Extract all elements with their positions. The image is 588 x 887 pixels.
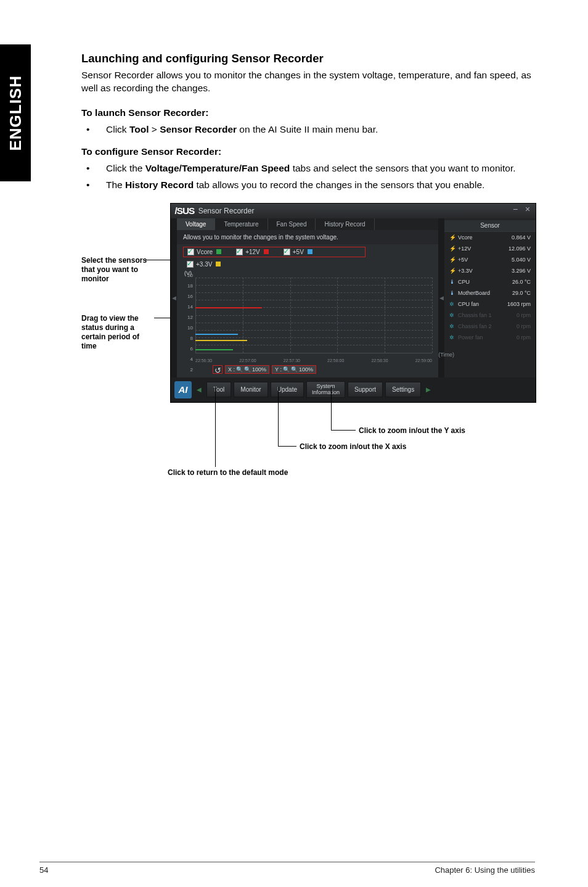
connector	[331, 430, 356, 431]
language-tab: ENGLISH	[0, 44, 31, 181]
asus-logo: /SUS	[175, 206, 195, 216]
zoom-y-label: Y :	[275, 366, 282, 373]
ytick: 16	[182, 294, 194, 304]
titlebar: /SUS Sensor Recorder − ×	[171, 204, 536, 218]
zoom-x-pct: 100%	[252, 366, 266, 373]
sensor-name: Power fan	[458, 334, 483, 340]
zoom-x-group: X : 🔍 🔍 100%	[225, 365, 269, 374]
page-footer: 54 Chapter 6: Using the utilities	[39, 865, 535, 875]
config-bullet-2: The History Record tab allows you to rec…	[81, 179, 535, 192]
tab-temperature[interactable]: Temperature	[215, 218, 267, 230]
zoom-in-x-icon[interactable]: 🔍	[236, 366, 243, 373]
cbx-label: Vcore	[197, 249, 213, 255]
update-button[interactable]: Update	[271, 382, 304, 397]
zoom-x-label: X :	[228, 366, 235, 373]
ytick: 4	[182, 357, 194, 367]
xtick: 22:59:00	[415, 358, 432, 363]
tab-fan-speed[interactable]: Fan Speed	[268, 218, 316, 230]
checkbox-icon	[187, 249, 194, 255]
config-bullet-1: Click the Voltage/Temperature/Fan Speed …	[81, 162, 535, 175]
sensor-value: 0 rpm	[517, 312, 531, 318]
checkbox-icon	[187, 261, 194, 268]
sensor-value: 5.040 V	[512, 257, 531, 263]
sensor-value: 3.296 V	[512, 268, 531, 274]
cbx-label: +3.3V	[196, 261, 212, 268]
tab-bar: Voltage Temperature Fan Speed History Re…	[177, 218, 438, 230]
section-title: Launching and configuring Sensor Recorde…	[81, 52, 535, 65]
cbx-3v[interactable]: +3.3V	[187, 261, 221, 268]
minimize-button[interactable]: −	[511, 205, 520, 214]
txt-bold: Voltage/Temperature/Fan Speed	[145, 163, 290, 173]
tab-voltage[interactable]: Voltage	[177, 218, 215, 230]
connector	[215, 387, 216, 467]
chevron-right-icon[interactable]: ▶	[423, 386, 433, 393]
zoom-y-group: Y : 🔍 🔍 100%	[272, 365, 316, 374]
cbx-5v[interactable]: +5V	[284, 249, 312, 255]
color-swatch	[216, 249, 221, 254]
caption-zoom-y: Click to zoom in/out the Y axis	[359, 426, 465, 435]
chapter-label: Chapter 6: Using the utilities	[435, 865, 535, 875]
configure-heading: To configure Sensor Recorder:	[81, 146, 535, 157]
plot-area	[195, 278, 432, 353]
tab-history[interactable]: History Record	[316, 218, 374, 230]
y-ticks: 20 18 16 14 12 10 8 6 4 2	[182, 273, 194, 357]
checkbox-row-highlight: Vcore +12V +5V	[183, 247, 365, 257]
caption-drag: Drag to view the status during a certain…	[81, 314, 157, 351]
color-swatch	[308, 249, 312, 254]
sensor-row: ⚡+12V12.096 V	[444, 243, 536, 254]
sensor-panel-header: Sensor	[444, 220, 536, 232]
ytick: 12	[182, 315, 194, 325]
txt: Click the	[106, 163, 145, 173]
sysinfo-button[interactable]: System Information	[306, 381, 345, 398]
connector	[331, 387, 332, 430]
sensor-row: ✲CPU fan1603 rpm	[444, 299, 536, 310]
cbx-12v[interactable]: +12V	[236, 249, 269, 255]
sensor-name: +12V	[458, 245, 471, 252]
close-button[interactable]: ×	[523, 205, 532, 214]
bolt-icon: ⚡	[449, 234, 455, 241]
tab-message: Allows you to monitor the changes in the…	[177, 230, 438, 244]
voltage-chart[interactable]: (V) 20 18 16 14 12 10 8 6 4	[182, 273, 433, 364]
ytick: 10	[182, 325, 194, 336]
sensor-value: 12.096 V	[508, 245, 531, 252]
txt: >	[149, 124, 160, 134]
ytick: 20	[182, 273, 194, 283]
sensor-name: MotherBoard	[458, 290, 490, 296]
scroll-left[interactable]: ◀	[171, 218, 177, 377]
series-5v	[195, 334, 238, 335]
xtick: 22:56:30	[195, 358, 212, 363]
sensor-checkboxes: Vcore +12V +5V +3.3V	[177, 244, 438, 273]
sensor-name: +5V	[458, 257, 468, 263]
screenshot-figure: Select the sensors that you want to moni…	[81, 203, 535, 499]
fan-icon: ✲	[449, 334, 455, 340]
sensor-name: Chassis fan 2	[458, 323, 492, 329]
zoom-out-y-icon[interactable]: 🔍	[291, 366, 298, 373]
chevron-left-icon[interactable]: ◀	[194, 386, 204, 393]
intro-paragraph: Sensor Recorder allows you to monitor th…	[81, 69, 535, 95]
sensor-row: 🌡CPU26.0 °C	[444, 276, 536, 287]
reset-zoom-button[interactable]: ↺	[213, 365, 223, 374]
bolt-icon: ⚡	[449, 257, 455, 263]
zoom-out-x-icon[interactable]: 🔍	[244, 366, 251, 373]
settings-button[interactable]: Settings	[385, 382, 421, 397]
cbx-label: +12V	[245, 249, 260, 255]
txt-bold: Sensor Recorder	[160, 124, 237, 134]
monitor-button[interactable]: Monitor	[234, 382, 267, 397]
time-label: (Time)	[438, 352, 454, 358]
cbx-vcore[interactable]: Vcore	[187, 249, 221, 255]
ytick: 14	[182, 304, 194, 315]
zoom-in-y-icon[interactable]: 🔍	[283, 366, 290, 373]
launch-bullet: Click Tool > Sensor Recorder on the AI S…	[81, 123, 535, 136]
series-12v	[195, 307, 262, 308]
sensor-row: ⚡Vcore0.864 V	[444, 232, 536, 243]
tool-button[interactable]: Tool	[206, 382, 231, 397]
sensor-value: 0.864 V	[512, 234, 531, 241]
sensor-name: CPU	[458, 279, 470, 285]
ytick: 18	[182, 283, 194, 294]
xtick: 22:57:00	[239, 358, 256, 363]
support-button[interactable]: Support	[348, 382, 383, 397]
txt: Click	[106, 124, 129, 134]
caption-reset: Click to return to the default mode	[168, 468, 288, 477]
txt: on the AI Suite II main menu bar.	[237, 124, 378, 134]
footer-rule	[39, 862, 535, 862]
